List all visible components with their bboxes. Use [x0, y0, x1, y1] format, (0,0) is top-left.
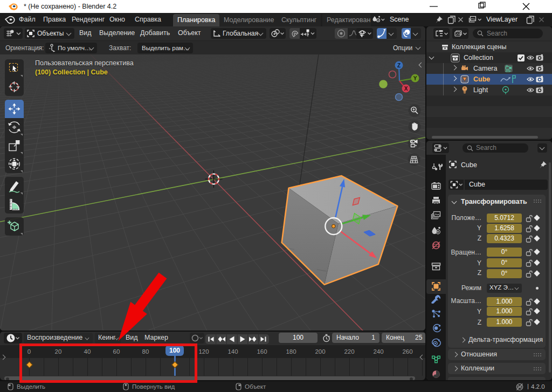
- svg-text:Y: Y: [413, 75, 417, 81]
- svg-text:X: X: [404, 86, 408, 92]
- svg-text:Z: Z: [397, 63, 401, 68]
